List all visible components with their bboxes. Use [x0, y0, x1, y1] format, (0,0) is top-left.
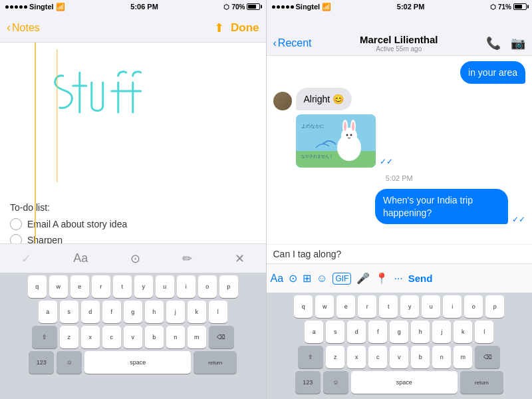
key-space[interactable]: space: [84, 351, 191, 374]
key-emoji[interactable]: ☺: [57, 351, 82, 374]
r-key-space[interactable]: space: [351, 371, 458, 394]
location-icon[interactable]: 📍: [375, 272, 388, 285]
todo-label: To-do list:: [10, 202, 256, 213]
r-key-w[interactable]: w: [315, 295, 334, 318]
key-t[interactable]: t: [113, 275, 132, 298]
r-key-l[interactable]: l: [475, 321, 493, 343]
r-key-y[interactable]: y: [400, 295, 419, 318]
key-y[interactable]: y: [134, 275, 153, 298]
left-keyboard: q w e r t y u i o p a s d f g h j k l ⇧ …: [0, 273, 266, 399]
aa-label[interactable]: Aa: [271, 273, 284, 285]
send-button[interactable]: Send: [408, 273, 433, 284]
key-b[interactable]: b: [145, 326, 164, 348]
r-key-f[interactable]: f: [368, 321, 387, 343]
r-key-c[interactable]: c: [368, 346, 387, 368]
key-r[interactable]: r: [92, 275, 110, 298]
right-battery-fill: [515, 5, 522, 9]
gif-button[interactable]: GIF: [332, 273, 351, 285]
r-key-x[interactable]: x: [347, 346, 366, 368]
right-bluetooth-icon: ⬡: [490, 3, 496, 11]
bubble-sent-1: in your area: [460, 61, 525, 84]
key-s[interactable]: s: [60, 301, 78, 323]
notes-nav-right: ⬆ Done: [214, 21, 259, 35]
r-key-shift[interactable]: ⇧: [298, 346, 323, 368]
pen-icon[interactable]: ✏: [182, 251, 192, 266]
r-key-s[interactable]: s: [326, 321, 344, 343]
key-f[interactable]: f: [102, 301, 121, 323]
key-u[interactable]: u: [156, 275, 174, 298]
r-key-e[interactable]: e: [336, 295, 355, 318]
key-o[interactable]: o: [198, 275, 217, 298]
key-m[interactable]: m: [188, 326, 206, 348]
text-format-icon[interactable]: Aa: [73, 251, 88, 265]
key-a[interactable]: a: [39, 301, 57, 323]
key-z[interactable]: z: [60, 326, 78, 348]
notes-share-icon[interactable]: ⬆: [214, 21, 224, 35]
close-icon[interactable]: ✕: [235, 251, 245, 266]
r-key-numbers[interactable]: 123: [295, 371, 321, 394]
key-i[interactable]: i: [177, 275, 196, 298]
r-key-t[interactable]: t: [379, 295, 398, 318]
notes-done-button[interactable]: Done: [231, 21, 259, 35]
todo-circle-0[interactable]: [10, 218, 22, 230]
r-key-j[interactable]: j: [432, 321, 451, 343]
key-k[interactable]: k: [188, 301, 206, 323]
check-icon[interactable]: ✓: [21, 251, 31, 266]
key-c[interactable]: c: [102, 326, 121, 348]
microphone-icon[interactable]: 🎤: [356, 272, 370, 285]
camera-input-icon[interactable]: ⊙: [289, 272, 297, 285]
key-n[interactable]: n: [166, 326, 185, 348]
bubble-text-received-1: Alright 😊: [304, 94, 344, 104]
notes-back-button[interactable]: ‹ Notes: [7, 21, 40, 35]
key-v[interactable]: v: [124, 326, 142, 348]
key-return[interactable]: return: [194, 351, 237, 374]
phone-icon[interactable]: 📞: [486, 36, 501, 51]
r-key-q[interactable]: q: [294, 295, 313, 318]
key-shift[interactable]: ⇧: [32, 326, 57, 348]
right-signal-dots: [272, 5, 294, 9]
key-w[interactable]: w: [49, 275, 68, 298]
video-icon[interactable]: 📷: [511, 36, 525, 51]
key-x[interactable]: x: [81, 326, 100, 348]
r-key-u[interactable]: u: [422, 295, 440, 318]
key-backspace[interactable]: ⌫: [209, 326, 234, 348]
r-key-backspace[interactable]: ⌫: [475, 346, 500, 368]
more-icon[interactable]: ···: [394, 273, 402, 285]
r-key-d[interactable]: d: [347, 321, 366, 343]
key-h[interactable]: h: [145, 301, 164, 323]
r-key-o[interactable]: o: [464, 295, 483, 318]
r-key-return[interactable]: return: [460, 371, 503, 394]
key-numbers[interactable]: 123: [29, 351, 54, 374]
right-carrier: Singtel: [296, 3, 321, 11]
messages-back-button[interactable]: ‹ Recent: [273, 37, 312, 49]
notes-content-area[interactable]: To-do list: Email A about story idea Sha…: [0, 43, 266, 243]
todo-circle-1[interactable]: [10, 234, 22, 243]
key-l[interactable]: l: [209, 301, 227, 323]
r-key-v[interactable]: v: [390, 346, 408, 368]
contact-name[interactable]: Marcel Lilienthal: [312, 34, 486, 45]
r-key-emoji[interactable]: ☺: [323, 371, 348, 394]
key-d[interactable]: d: [81, 301, 100, 323]
key-e[interactable]: e: [70, 275, 89, 298]
emoji-input-icon[interactable]: ☺: [317, 273, 327, 285]
key-p[interactable]: p: [219, 275, 238, 298]
r-key-k[interactable]: k: [454, 321, 472, 343]
messages-body[interactable]: in your area Alright 😊: [267, 56, 533, 244]
photos-icon[interactable]: ⊞: [303, 272, 311, 285]
left-status-left: Singtel 📶: [5, 3, 65, 11]
r-key-m[interactable]: m: [454, 346, 472, 368]
r-key-z[interactable]: z: [326, 346, 344, 368]
r-key-r[interactable]: r: [358, 295, 376, 318]
keyboard-row-2: a s d f g h j k l: [1, 301, 265, 323]
key-j[interactable]: j: [166, 301, 185, 323]
r-key-b[interactable]: b: [411, 346, 430, 368]
r-key-p[interactable]: p: [485, 295, 504, 318]
key-q[interactable]: q: [28, 275, 47, 298]
camera-icon[interactable]: ⊙: [130, 251, 140, 266]
key-g[interactable]: g: [124, 301, 142, 323]
r-key-h[interactable]: h: [411, 321, 430, 343]
r-key-i[interactable]: i: [443, 295, 462, 318]
r-key-a[interactable]: a: [305, 321, 323, 343]
r-key-g[interactable]: g: [390, 321, 408, 343]
r-key-n[interactable]: n: [432, 346, 451, 368]
